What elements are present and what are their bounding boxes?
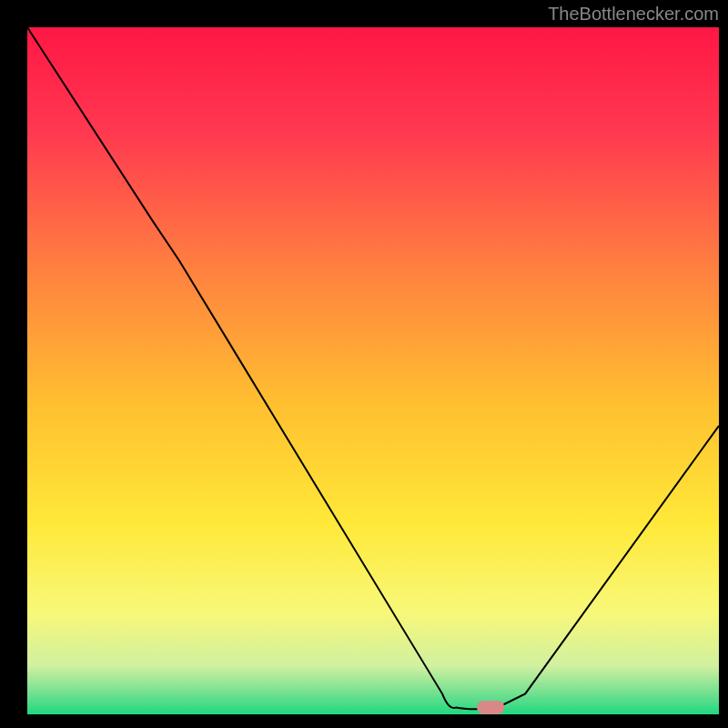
bottleneck-chart bbox=[0, 0, 728, 728]
chart-container bbox=[0, 0, 728, 728]
chart-background bbox=[27, 27, 719, 714]
optimal-marker bbox=[477, 701, 504, 714]
watermark-text: TheBottlenecker.com bbox=[548, 4, 719, 25]
